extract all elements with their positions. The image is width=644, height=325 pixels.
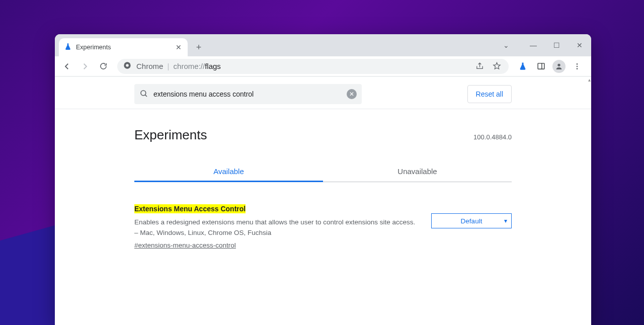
browser-window: Experiments ✕ + ⌄ ― ☐ ✕ Chrome | c (55, 34, 591, 325)
chrome-icon (123, 61, 131, 71)
window-controls: ⌄ ― ☐ ✕ (495, 34, 591, 56)
share-icon[interactable] (473, 58, 486, 74)
minimize-button[interactable]: ― (522, 37, 545, 53)
flag-state-select[interactable]: Default ▾ (431, 213, 512, 228)
search-icon (139, 89, 148, 100)
svg-rect-2 (538, 63, 544, 69)
flag-state-value: Default (461, 217, 482, 225)
svg-line-9 (145, 95, 147, 97)
back-button[interactable] (59, 58, 75, 74)
svg-point-5 (577, 63, 578, 65)
tab-experiments[interactable]: Experiments ✕ (59, 38, 188, 56)
flags-search-input[interactable]: extensions menu access control ✕ (134, 84, 362, 104)
svg-point-7 (577, 68, 578, 69)
chevron-down-icon: ▾ (504, 217, 507, 224)
address-bar[interactable]: Chrome | chrome://flags (117, 59, 509, 74)
svg-point-1 (126, 64, 129, 67)
svg-point-6 (577, 65, 578, 67)
url-text: Chrome | chrome://flags (136, 62, 221, 70)
tab-available[interactable]: Available (134, 162, 323, 182)
maximize-button[interactable]: ☐ (545, 37, 568, 53)
version-text: 100.0.4884.0 (473, 133, 512, 141)
flag-title: Extensions Menu Access Control (134, 204, 246, 213)
labs-icon[interactable] (515, 58, 531, 74)
toolbar-right (515, 58, 587, 74)
flag-description: Enables a redesigned extensions menu tha… (134, 217, 416, 238)
flag-item: Extensions Menu Access Control Enables a… (134, 204, 512, 249)
page-content: ▴ extensions menu access control ✕ Reset… (55, 76, 591, 325)
clear-search-icon[interactable]: ✕ (347, 89, 357, 99)
menu-button[interactable] (569, 58, 585, 74)
reload-button[interactable] (95, 58, 111, 74)
bookmark-icon[interactable] (491, 58, 503, 74)
profile-avatar[interactable] (551, 58, 567, 74)
svg-point-8 (141, 91, 146, 96)
flask-icon (64, 43, 72, 52)
search-value: extensions menu access control (153, 90, 342, 98)
page-title: Experiments (134, 127, 207, 143)
chevron-down-icon[interactable]: ⌄ (495, 37, 518, 53)
flags-tabs: Available Unavailable (134, 162, 512, 182)
close-window-button[interactable]: ✕ (568, 37, 591, 53)
forward-button[interactable] (77, 58, 93, 74)
tab-title: Experiments (76, 44, 171, 51)
scrollbar-up-icon[interactable]: ▴ (588, 77, 591, 83)
tab-strip: Experiments ✕ + ⌄ ― ☐ ✕ (55, 34, 591, 56)
tab-unavailable[interactable]: Unavailable (323, 162, 512, 182)
close-icon[interactable]: ✕ (175, 43, 183, 51)
toolbar: Chrome | chrome://flags (55, 56, 591, 76)
svg-point-4 (557, 63, 560, 66)
reset-all-button[interactable]: Reset all (467, 85, 512, 103)
new-tab-button[interactable]: + (192, 40, 206, 54)
side-panel-icon[interactable] (533, 58, 549, 74)
flag-id-link[interactable]: #extensions-menu-access-control (134, 241, 416, 249)
